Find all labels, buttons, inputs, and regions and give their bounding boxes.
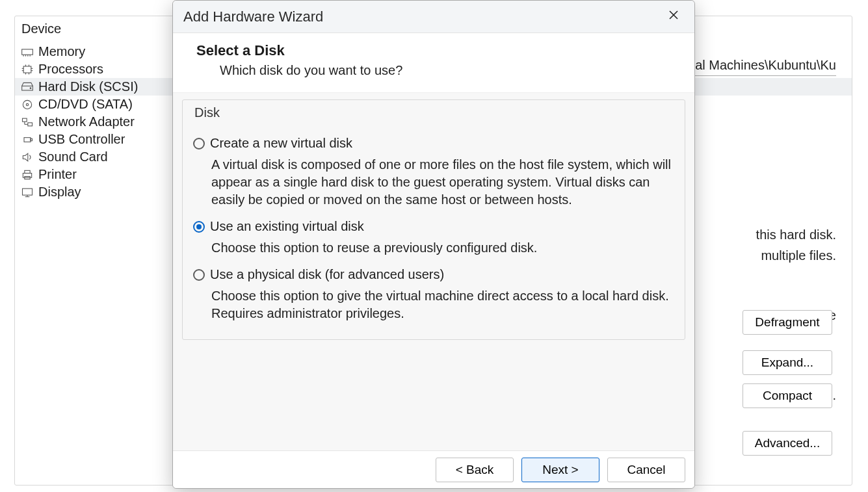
svg-rect-0 xyxy=(22,49,33,54)
back-button[interactable]: < Back xyxy=(436,458,514,482)
radio-icon xyxy=(193,138,205,149)
cancel-button[interactable]: Cancel xyxy=(607,458,685,482)
next-button[interactable]: Next > xyxy=(521,458,599,482)
device-label: Sound Card xyxy=(38,149,108,164)
disk-groupbox: Disk Create a new virtual disk A virtual… xyxy=(182,99,685,340)
add-hardware-wizard-dialog: Add Hardware Wizard Select a Disk Which … xyxy=(172,0,695,489)
wizard-footer: < Back Next > Cancel xyxy=(173,450,694,488)
radio-use-physical-disk[interactable]: Use a physical disk (for advanced users) xyxy=(193,267,674,282)
advanced-button[interactable]: Advanced... xyxy=(743,431,832,456)
wizard-body: Disk Create a new virtual disk A virtual… xyxy=(173,93,694,450)
svg-rect-23 xyxy=(31,138,33,140)
device-label: Processors xyxy=(38,62,103,77)
svg-rect-25 xyxy=(25,170,30,173)
speaker-icon xyxy=(20,151,34,164)
defragment-button[interactable]: Defragment xyxy=(743,310,832,335)
memory-icon xyxy=(20,45,34,58)
svg-rect-22 xyxy=(24,137,31,142)
printer-icon xyxy=(20,168,34,181)
device-label: Network Adapter xyxy=(38,114,135,129)
wizard-header: Select a Disk Which disk do you want to … xyxy=(173,33,694,93)
radio-create-new-disk[interactable]: Create a new virtual disk xyxy=(193,136,674,151)
radio-icon xyxy=(193,269,205,281)
close-icon xyxy=(668,10,679,23)
cpu-icon xyxy=(20,63,34,76)
hdd-icon xyxy=(20,81,34,94)
radio-label: Use a physical disk (for advanced users) xyxy=(210,267,444,282)
expand-button[interactable]: Expand... xyxy=(743,350,832,375)
svg-rect-19 xyxy=(28,122,33,125)
svg-point-17 xyxy=(26,103,28,105)
wizard-subheading: Which disk do you want to use? xyxy=(220,63,675,78)
svg-rect-5 xyxy=(23,66,31,73)
radio-icon xyxy=(193,221,205,233)
close-button[interactable] xyxy=(662,5,685,29)
svg-rect-27 xyxy=(23,188,33,195)
disk-path-fragment: ual Machines\Kubuntu\Ku xyxy=(688,58,836,76)
device-label: Hard Disk (SCSI) xyxy=(38,79,138,94)
bg-text-fragment: this hard disk. xyxy=(756,227,836,242)
device-label: Printer xyxy=(38,167,77,182)
radio-label: Create a new virtual disk xyxy=(210,136,352,151)
dialog-titlebar[interactable]: Add Hardware Wizard xyxy=(173,1,694,33)
radio-description: Choose this option to give the virtual m… xyxy=(211,287,674,322)
radio-label: Use an existing virtual disk xyxy=(210,219,364,234)
bg-text-fragment: multiple files. xyxy=(761,248,836,263)
device-label: Memory xyxy=(38,44,85,59)
device-label: CD/DVD (SATA) xyxy=(38,97,133,112)
svg-rect-18 xyxy=(23,118,27,122)
device-label: Display xyxy=(38,185,81,200)
display-icon xyxy=(20,186,34,199)
svg-point-15 xyxy=(30,87,31,88)
usb-icon xyxy=(20,133,34,146)
radio-use-existing-disk[interactable]: Use an existing virtual disk xyxy=(193,219,674,234)
group-legend: Disk xyxy=(193,105,224,120)
disc-icon xyxy=(20,98,34,111)
network-icon xyxy=(20,116,34,129)
svg-point-16 xyxy=(23,100,31,109)
dialog-title: Add Hardware Wizard xyxy=(183,8,662,25)
radio-description: A virtual disk is composed of one or mor… xyxy=(211,156,674,209)
radio-description: Choose this option to reuse a previously… xyxy=(211,239,674,257)
wizard-heading: Select a Disk xyxy=(196,42,675,59)
device-label: USB Controller xyxy=(38,132,125,147)
compact-button[interactable]: Compact xyxy=(743,383,832,408)
